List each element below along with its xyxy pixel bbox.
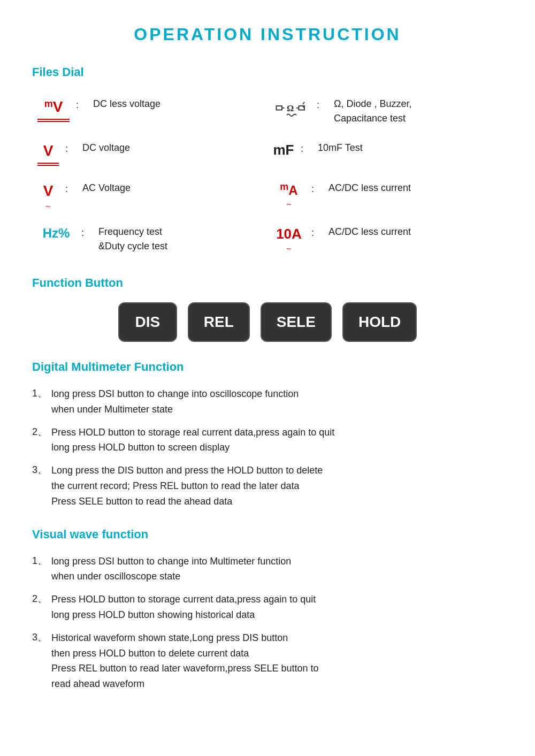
symbol-mv: mV (37, 96, 70, 122)
vwf-text-1: long press DSI button to change into Mul… (51, 554, 291, 585)
vwf-text-2: Press HOLD button to storage current dat… (51, 592, 316, 623)
symbol-v-ac: V ～ (37, 180, 59, 210)
function-button-title: Function Button (32, 274, 503, 292)
symbol-ma: mA ～ (273, 180, 305, 208)
dial-item-omega: Ω : Ω, Diode , Buzzer,Capacitance test (273, 91, 498, 130)
hold-button[interactable]: HOLD (342, 302, 417, 342)
dmf-item-2: 2、 Press HOLD button to storage real cur… (32, 425, 503, 456)
dial-item-10a: 10A ～ : AC/DC less current (273, 219, 498, 258)
vwf-text-3: Historical waveform shown state,Long pre… (51, 630, 319, 692)
files-dial-title: Files Dial (32, 63, 503, 81)
symbol-mf: mF (273, 140, 294, 161)
visual-wave-section: Visual wave function 1、 long press DSI b… (32, 525, 503, 692)
vwf-item-2: 2、 Press HOLD button to storage current … (32, 592, 503, 623)
desc-10a: AC/DC less current (328, 224, 411, 239)
files-dial-section: Files Dial mV : DC less voltage (32, 63, 503, 258)
dmf-text-2: Press HOLD button to storage real curren… (51, 425, 334, 456)
symbol-10a: 10A ～ (273, 224, 305, 252)
dis-button[interactable]: DIS (118, 302, 177, 342)
desc-ma: AC/DC less current (328, 180, 411, 195)
rel-button[interactable]: REL (188, 302, 250, 342)
buttons-row: DIS REL SELE HOLD (32, 302, 503, 342)
desc-hz: Frequency test&Duty cycle test (98, 224, 167, 254)
desc-omega: Ω, Diode , Buzzer,Capacitance test (334, 96, 412, 126)
symbol-v-dc: V (37, 140, 59, 166)
symbol-hz: Hz% (37, 224, 75, 243)
dial-item-mv: mV : DC less voltage (37, 91, 262, 130)
dmf-item-1: 1、 long press DSI button to change into … (32, 386, 503, 417)
svg-line-5 (303, 102, 304, 105)
desc-v-ac: AC Voltage (82, 180, 131, 195)
digital-multimeter-title: Digital Multimeter Function (32, 358, 503, 376)
visual-wave-title: Visual wave function (32, 525, 503, 543)
desc-mf: 10mF Test (318, 140, 363, 155)
desc-mv: DC less voltage (93, 96, 160, 111)
symbol-omega: Ω (273, 96, 310, 123)
vwf-item-1: 1、 long press DSI button to change into … (32, 554, 503, 585)
dmf-item-3: 3、 Long press the DIS button and press t… (32, 463, 503, 509)
dial-grid: mV : DC less voltage Ω (32, 91, 503, 258)
dial-item-ma: mA ～ : AC/DC less current (273, 175, 498, 214)
dial-item-hz: Hz% : Frequency test&Duty cycle test (37, 219, 262, 258)
page-title: OPERATION INSTRUCTION (32, 21, 503, 47)
dial-item-v-dc: V : DC voltage (37, 135, 262, 170)
vwf-item-3: 3、 Historical waveform shown state,Long … (32, 630, 503, 692)
dmf-text-1: long press DSI button to change into osc… (51, 386, 299, 417)
desc-v-dc: DC voltage (82, 140, 130, 155)
dial-item-mf: mF : 10mF Test (273, 135, 498, 170)
dmf-text-3: Long press the DIS button and press the … (51, 463, 323, 509)
function-button-section: Function Button DIS REL SELE HOLD (32, 274, 503, 342)
svg-rect-0 (277, 106, 282, 110)
sele-button[interactable]: SELE (261, 302, 332, 342)
svg-text:Ω: Ω (287, 103, 294, 113)
dial-item-v-ac: V ～ : AC Voltage (37, 175, 262, 214)
digital-multimeter-section: Digital Multimeter Function 1、 long pres… (32, 358, 503, 509)
omega-icon: Ω (276, 96, 308, 123)
